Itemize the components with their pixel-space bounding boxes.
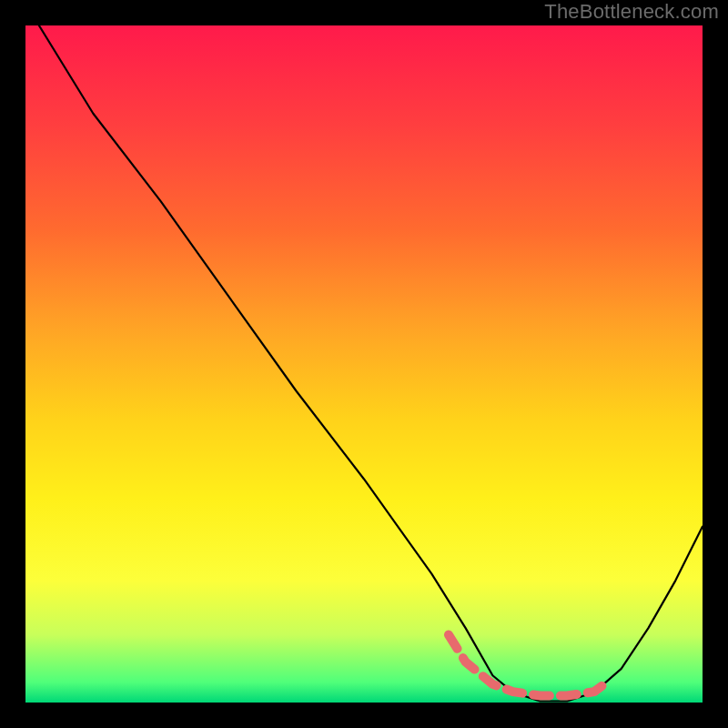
gradient-background	[25, 25, 703, 703]
plot-svg	[25, 25, 703, 703]
chart-container: TheBottleneck.com	[0, 0, 728, 728]
plot-area	[25, 25, 703, 703]
watermark-text: TheBottleneck.com	[544, 0, 719, 24]
